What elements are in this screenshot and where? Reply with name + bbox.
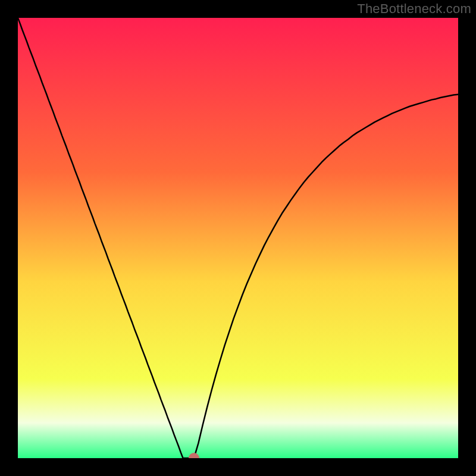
gradient-background <box>18 18 458 458</box>
watermark-text: TheBottleneck.com <box>357 1 471 17</box>
chart-frame: TheBottleneck.com <box>0 0 476 476</box>
plot-area <box>18 18 458 458</box>
chart-svg <box>18 18 458 458</box>
